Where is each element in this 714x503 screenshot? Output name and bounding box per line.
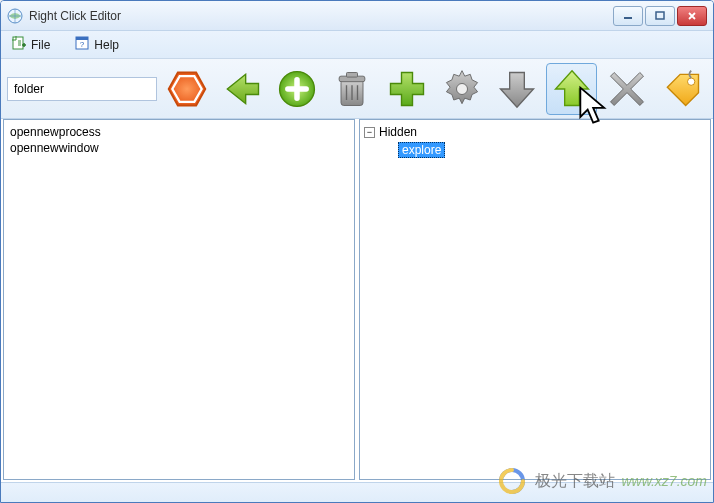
path-input[interactable] bbox=[7, 77, 157, 101]
back-button[interactable] bbox=[216, 63, 267, 115]
status-bar bbox=[1, 482, 713, 503]
new-button[interactable] bbox=[381, 63, 432, 115]
toolbar bbox=[1, 59, 713, 119]
list-item[interactable]: opennewprocess bbox=[8, 124, 350, 140]
svg-rect-2 bbox=[656, 12, 664, 19]
svg-text:?: ? bbox=[80, 40, 85, 49]
move-up-button[interactable] bbox=[546, 63, 597, 115]
minimize-button[interactable] bbox=[613, 6, 643, 26]
menu-bar: File ? Help bbox=[1, 31, 713, 59]
help-menu-icon: ? bbox=[74, 35, 90, 54]
stop-button[interactable] bbox=[161, 63, 212, 115]
menu-help-label: Help bbox=[94, 38, 119, 52]
tree-collapse-icon[interactable]: − bbox=[364, 127, 375, 138]
svg-point-13 bbox=[456, 83, 467, 94]
add-button[interactable] bbox=[271, 63, 322, 115]
svg-marker-7 bbox=[168, 72, 205, 105]
tree-node-child[interactable]: explore bbox=[398, 142, 706, 158]
right-pane[interactable]: − Hidden explore bbox=[359, 119, 711, 480]
content-area: opennewprocess opennewwindow − Hidden ex… bbox=[1, 119, 713, 482]
tag-button[interactable] bbox=[656, 63, 707, 115]
title-bar: Right Click Editor bbox=[1, 1, 713, 31]
app-icon bbox=[7, 8, 23, 24]
settings-button[interactable] bbox=[436, 63, 487, 115]
file-menu-icon bbox=[11, 35, 27, 54]
menu-help[interactable]: ? Help bbox=[70, 33, 123, 56]
tree-node-root[interactable]: − Hidden bbox=[364, 124, 706, 140]
app-window: Right Click Editor File ? Help bbox=[0, 0, 714, 503]
svg-point-14 bbox=[687, 78, 694, 85]
window-controls bbox=[613, 6, 707, 26]
remove-button[interactable] bbox=[601, 63, 652, 115]
menu-file-label: File bbox=[31, 38, 50, 52]
list-item[interactable]: opennewwindow bbox=[8, 140, 350, 156]
move-down-button[interactable] bbox=[491, 63, 542, 115]
tree-child-label[interactable]: explore bbox=[398, 142, 445, 158]
svg-rect-12 bbox=[346, 72, 357, 77]
tree-root-label: Hidden bbox=[379, 124, 417, 140]
delete-button[interactable] bbox=[326, 63, 377, 115]
left-pane[interactable]: opennewprocess opennewwindow bbox=[3, 119, 355, 480]
window-title: Right Click Editor bbox=[29, 9, 613, 23]
svg-rect-1 bbox=[624, 17, 632, 19]
maximize-button[interactable] bbox=[645, 6, 675, 26]
close-button[interactable] bbox=[677, 6, 707, 26]
menu-file[interactable]: File bbox=[7, 33, 54, 56]
